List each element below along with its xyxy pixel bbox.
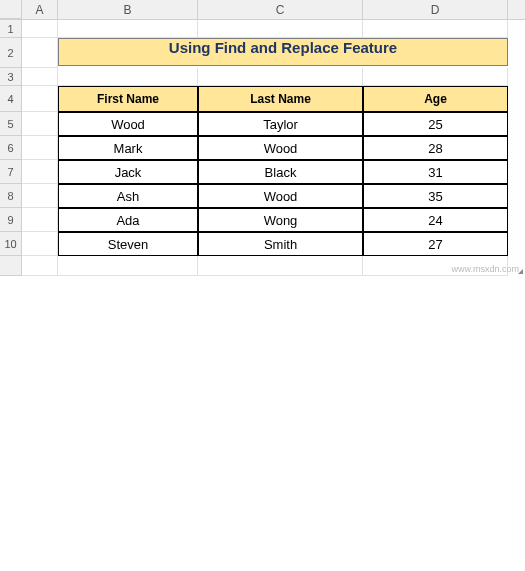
data-cell[interactable]: 28: [363, 136, 508, 160]
row-header[interactable]: 10: [0, 232, 22, 256]
cell[interactable]: [22, 86, 58, 112]
cell[interactable]: [58, 256, 198, 276]
cell[interactable]: [198, 20, 363, 38]
col-header-b[interactable]: B: [58, 0, 198, 19]
data-cell[interactable]: Jack: [58, 160, 198, 184]
row-header[interactable]: 2: [0, 38, 22, 68]
row-header[interactable]: 4: [0, 86, 22, 112]
cell[interactable]: [22, 38, 58, 68]
row-header[interactable]: 1: [0, 20, 22, 38]
cell[interactable]: [22, 184, 58, 208]
data-cell[interactable]: Wood: [198, 184, 363, 208]
cell[interactable]: [22, 232, 58, 256]
title-cell[interactable]: Using Find and Replace Feature: [58, 38, 508, 66]
cell[interactable]: [22, 208, 58, 232]
row-header[interactable]: 6: [0, 136, 22, 160]
data-cell[interactable]: Wood: [58, 112, 198, 136]
data-cell[interactable]: Black: [198, 160, 363, 184]
data-cell[interactable]: Wong: [198, 208, 363, 232]
row-header[interactable]: 7: [0, 160, 22, 184]
row-header[interactable]: 5: [0, 112, 22, 136]
data-cell[interactable]: Ash: [58, 184, 198, 208]
data-cell[interactable]: 27: [363, 232, 508, 256]
cell[interactable]: [198, 256, 363, 276]
cell[interactable]: [58, 68, 198, 86]
col-header-c[interactable]: C: [198, 0, 363, 19]
row-header[interactable]: [0, 256, 22, 276]
header-age[interactable]: Age: [363, 86, 508, 112]
spreadsheet: A B C D 1 2 Using Find and Replace Featu…: [0, 0, 525, 276]
col-header-d[interactable]: D: [363, 0, 508, 19]
cell[interactable]: [22, 112, 58, 136]
column-headers: A B C D: [0, 0, 525, 20]
data-cell[interactable]: Taylor: [198, 112, 363, 136]
row-header[interactable]: 3: [0, 68, 22, 86]
data-cell[interactable]: Ada: [58, 208, 198, 232]
row-header[interactable]: 8: [0, 184, 22, 208]
data-cell[interactable]: 25: [363, 112, 508, 136]
data-cell[interactable]: 35: [363, 184, 508, 208]
cell[interactable]: [363, 20, 508, 38]
data-cell[interactable]: Smith: [198, 232, 363, 256]
cell[interactable]: [22, 136, 58, 160]
data-cell[interactable]: Wood: [198, 136, 363, 160]
cell[interactable]: [198, 68, 363, 86]
data-cell[interactable]: 24: [363, 208, 508, 232]
cell[interactable]: [22, 20, 58, 38]
data-cell[interactable]: Steven: [58, 232, 198, 256]
cell[interactable]: [363, 68, 508, 86]
watermark: www.msxdn.com: [451, 264, 519, 274]
col-header-a[interactable]: A: [22, 0, 58, 19]
row-header[interactable]: 9: [0, 208, 22, 232]
data-cell[interactable]: 31: [363, 160, 508, 184]
cell[interactable]: [22, 160, 58, 184]
cell[interactable]: [22, 256, 58, 276]
cell[interactable]: [22, 68, 58, 86]
header-lastname[interactable]: Last Name: [198, 86, 363, 112]
cell[interactable]: [58, 20, 198, 38]
select-all-corner[interactable]: [0, 0, 22, 19]
header-firstname[interactable]: First Name: [58, 86, 198, 112]
data-cell[interactable]: Mark: [58, 136, 198, 160]
